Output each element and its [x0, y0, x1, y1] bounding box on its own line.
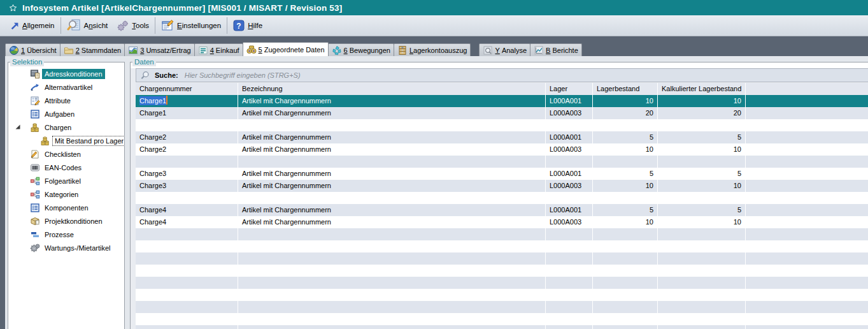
table-row[interactable]: Charge4Artikel mit ChargennummernL000A00…	[136, 216, 868, 228]
column-header-lagerbestand[interactable]: Lagerbestand	[593, 83, 658, 95]
cell: 10	[658, 180, 746, 192]
column-header-lager[interactable]: Lager	[546, 83, 593, 95]
tree-item-folgeartikel[interactable]: Folgeartikel	[9, 174, 124, 187]
cell	[746, 216, 868, 228]
tab-4-einkauf[interactable]: 4 Einkauf	[194, 43, 243, 56]
tree-item-checklisten[interactable]: Checklisten	[9, 147, 124, 161]
report-chart-icon	[534, 45, 544, 55]
table-row-empty[interactable]	[136, 240, 868, 252]
tree-item-attribute[interactable]: Attribute	[9, 94, 124, 107]
title-bar: Infosystem Artikel [ArtikelChargennummer…	[0, 0, 868, 15]
tree-item-chargen[interactable]: Chargen	[9, 121, 124, 134]
cell: 10	[593, 95, 658, 107]
cell	[136, 313, 238, 325]
column-header-chargennummer[interactable]: Chargennummer	[136, 83, 238, 95]
tab-2-stammdaten[interactable]: 2 Stammdaten	[60, 43, 125, 56]
cell-edit-box[interactable]: Charge1	[139, 95, 167, 107]
tab-6-bewegungen[interactable]: 6 Bewegungen	[328, 43, 394, 56]
table-row[interactable]: Charge1Artikel mit ChargennummernL000A00…	[136, 95, 868, 107]
tab-label: 6 Bewegungen	[344, 47, 390, 54]
column-header-empty[interactable]	[746, 83, 868, 95]
table-row-empty[interactable]	[136, 313, 868, 325]
cell: Artikel mit Chargennummern	[238, 216, 546, 228]
cell	[593, 265, 658, 277]
column-header-kalkulierter-lagerbestand[interactable]: Kalkulierter Lagerbestand	[658, 83, 746, 95]
table-row-empty[interactable]	[136, 228, 868, 240]
table-row[interactable]: Charge1Artikel mit ChargennummernL000A00…	[136, 107, 868, 119]
tab-5-zugeordnete-daten[interactable]: 5 Zugeordnete Daten	[243, 42, 329, 56]
tab-B-berichte[interactable]: B Berichte	[530, 43, 582, 56]
table-row-empty[interactable]	[136, 192, 868, 204]
table-row-empty[interactable]	[136, 156, 868, 168]
menu-item-tools[interactable]: Tools	[112, 17, 153, 34]
cell	[658, 277, 746, 289]
table-row-empty[interactable]	[136, 252, 868, 265]
cell	[136, 240, 238, 252]
tree-item-adresskonditionen[interactable]: Adresskonditionen	[9, 67, 124, 80]
package-icon	[30, 216, 40, 226]
column-header-bezeichnung[interactable]: Bezeichnung	[238, 83, 546, 95]
table-row-empty[interactable]	[136, 289, 868, 301]
tab-lagerkontoauszug[interactable]: Lagerkontoauszug	[394, 43, 471, 56]
cell	[546, 277, 593, 289]
cell: Charge2	[136, 131, 238, 143]
cell	[593, 252, 658, 265]
tab-3-umsatz-ertrag[interactable]: 3 Umsatz/Ertrag	[124, 43, 194, 56]
favorite-star-icon[interactable]	[9, 4, 17, 12]
cell	[593, 156, 658, 168]
cell	[238, 313, 546, 325]
tab-1-übersicht[interactable]: 1 Übersicht	[5, 43, 60, 56]
table-row[interactable]: Charge3Artikel mit ChargennummernL000A00…	[136, 168, 868, 180]
cell	[238, 289, 546, 301]
cell	[238, 240, 546, 252]
selection-groupbox: Selektion AdresskonditionenAlternativart…	[8, 62, 125, 329]
tab-label: 5 Zugeordnete Daten	[259, 46, 325, 54]
cell	[746, 252, 868, 265]
cell	[546, 119, 593, 131]
menu-item-allgemein[interactable]: Allgemein	[6, 17, 59, 34]
expander-icon[interactable]	[15, 124, 21, 130]
search-label: Suche:	[155, 71, 178, 79]
table-row-empty[interactable]	[136, 325, 868, 329]
orgchart-blue-icon	[30, 189, 40, 200]
tree-item-label: EAN-Codes	[42, 163, 84, 173]
tree-item-mit-bestand-pro-lager[interactable]: Mit Bestand pro Lager	[9, 134, 124, 147]
tree-item-ean-codes[interactable]: EAN-Codes	[9, 161, 124, 174]
cell: L000A003	[546, 216, 593, 228]
table-row-empty[interactable]	[136, 277, 868, 289]
menu-item-hilfe[interactable]: ?Hilfe	[229, 17, 267, 34]
tree-item-label: Alternativartikel	[42, 82, 95, 92]
cell	[238, 192, 546, 204]
cell	[238, 252, 546, 265]
settings-window-icon	[161, 19, 174, 32]
barcode-icon	[30, 163, 40, 173]
cell	[136, 252, 238, 265]
cell: Charge4	[136, 216, 238, 228]
tree-item-projektkonditionen[interactable]: Projektkonditionen	[9, 214, 124, 228]
cell	[238, 325, 546, 329]
table-row[interactable]: Charge3Artikel mit ChargennummernL000A00…	[136, 180, 868, 192]
table-row-empty[interactable]	[136, 301, 868, 313]
tree-item-komponenten[interactable]: Komponenten	[9, 201, 124, 214]
tree-item-aufgaben[interactable]: Aufgaben	[9, 107, 124, 121]
cell	[593, 192, 658, 204]
cell: 5	[593, 131, 658, 143]
search-bar[interactable]: Suche: Hier Suchbegriff eingeben (STRG+S…	[136, 68, 868, 82]
menu-item-einstellungen[interactable]: Einstellungen	[157, 17, 225, 34]
table-row[interactable]: Charge2Artikel mit ChargennummernL000A00…	[136, 131, 868, 143]
table-row-empty[interactable]	[136, 265, 868, 277]
tree-item-alternativartikel[interactable]: Alternativartikel	[9, 80, 124, 94]
tree-item-prozesse[interactable]: Prozesse	[9, 228, 124, 241]
tab-label: B Berichte	[546, 47, 578, 54]
menu-item-label: Einstellungen	[177, 22, 221, 29]
table-row[interactable]: Charge4Artikel mit ChargennummernL000A00…	[136, 204, 868, 216]
tree-item-wartungs-mietartikel[interactable]: Wartungs-/Mietartikel	[9, 241, 124, 254]
table-row-empty[interactable]	[136, 119, 868, 131]
cell	[658, 252, 746, 265]
table-row[interactable]: Charge2Artikel mit ChargennummernL000A00…	[136, 143, 868, 156]
menu-item-ansicht[interactable]: Ansicht	[62, 17, 113, 34]
cell	[746, 265, 868, 277]
tab-Y-analyse[interactable]: Y Analyse	[479, 43, 530, 56]
tree-item-kategorien[interactable]: Kategorien	[9, 187, 124, 201]
cell: 10	[593, 143, 658, 156]
